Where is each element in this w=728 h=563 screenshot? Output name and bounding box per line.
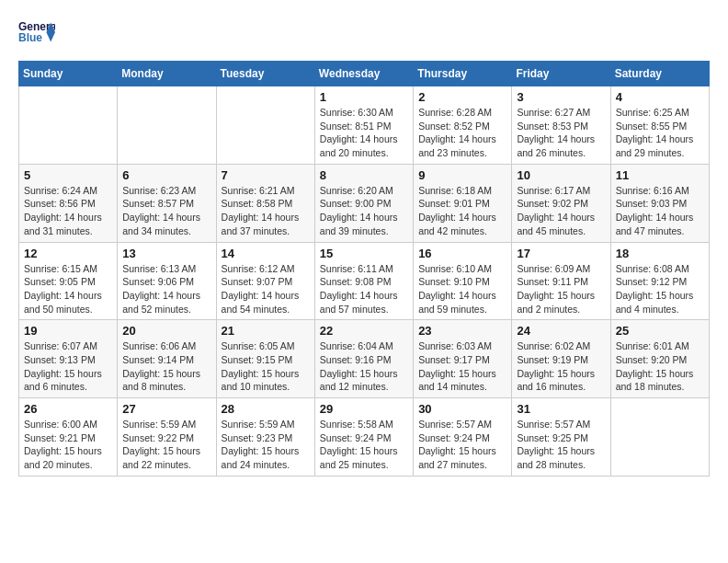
day-number: 15 <box>320 247 408 260</box>
svg-text:Blue: Blue <box>18 31 42 44</box>
day-info: Sunrise: 5:58 AM Sunset: 9:24 PM Dayligh… <box>320 418 408 472</box>
calendar-week-row: 12Sunrise: 6:15 AM Sunset: 9:05 PM Dayli… <box>19 242 710 320</box>
day-number: 9 <box>418 168 506 182</box>
day-info: Sunrise: 6:13 AM Sunset: 9:06 PM Dayligh… <box>122 262 210 316</box>
weekday-header: Thursday <box>414 62 512 86</box>
day-number: 16 <box>418 247 506 260</box>
day-info: Sunrise: 6:05 AM Sunset: 9:15 PM Dayligh… <box>222 339 310 394</box>
calendar-cell <box>19 86 118 165</box>
calendar-cell: 21Sunrise: 6:05 AM Sunset: 9:15 PM Dayli… <box>216 320 314 398</box>
day-number: 11 <box>616 168 704 182</box>
calendar-cell: 4Sunrise: 6:25 AM Sunset: 8:55 PM Daylig… <box>610 86 709 165</box>
day-number: 21 <box>222 324 310 338</box>
day-number: 22 <box>320 324 408 338</box>
calendar-cell: 16Sunrise: 6:10 AM Sunset: 9:10 PM Dayli… <box>414 242 512 320</box>
day-info: Sunrise: 6:25 AM Sunset: 8:55 PM Dayligh… <box>616 106 704 160</box>
day-info: Sunrise: 5:59 AM Sunset: 9:22 PM Dayligh… <box>122 418 210 472</box>
day-number: 13 <box>122 247 210 260</box>
day-info: Sunrise: 6:20 AM Sunset: 9:00 PM Dayligh… <box>320 184 408 238</box>
calendar-cell: 8Sunrise: 6:20 AM Sunset: 9:00 PM Daylig… <box>314 164 413 242</box>
day-number: 19 <box>24 324 112 338</box>
day-info: Sunrise: 6:04 AM Sunset: 9:16 PM Dayligh… <box>320 339 408 394</box>
day-info: Sunrise: 6:12 AM Sunset: 9:07 PM Dayligh… <box>222 262 310 316</box>
calendar-cell: 24Sunrise: 6:02 AM Sunset: 9:19 PM Dayli… <box>512 320 610 398</box>
logo: General Blue <box>18 18 55 46</box>
calendar-cell <box>610 398 709 477</box>
calendar-cell: 27Sunrise: 5:59 AM Sunset: 9:22 PM Dayli… <box>118 398 216 477</box>
calendar-cell: 2Sunrise: 6:28 AM Sunset: 8:52 PM Daylig… <box>414 86 512 165</box>
calendar-cell: 10Sunrise: 6:17 AM Sunset: 9:02 PM Dayli… <box>512 164 610 242</box>
calendar-header-row: SundayMondayTuesdayWednesdayThursdayFrid… <box>19 62 710 86</box>
calendar-week-row: 5Sunrise: 6:24 AM Sunset: 8:56 PM Daylig… <box>19 164 710 242</box>
day-number: 27 <box>122 402 210 416</box>
day-number: 14 <box>222 247 310 260</box>
calendar-cell: 13Sunrise: 6:13 AM Sunset: 9:06 PM Dayli… <box>118 242 216 320</box>
calendar-week-row: 19Sunrise: 6:07 AM Sunset: 9:13 PM Dayli… <box>19 320 710 398</box>
day-number: 30 <box>418 402 506 416</box>
calendar-cell: 1Sunrise: 6:30 AM Sunset: 8:51 PM Daylig… <box>314 86 413 165</box>
day-number: 5 <box>24 168 112 182</box>
day-info: Sunrise: 6:27 AM Sunset: 8:53 PM Dayligh… <box>517 106 605 160</box>
day-info: Sunrise: 6:17 AM Sunset: 9:02 PM Dayligh… <box>517 184 605 238</box>
calendar-cell: 31Sunrise: 5:57 AM Sunset: 9:25 PM Dayli… <box>512 398 610 477</box>
header: General Blue <box>18 18 710 46</box>
calendar-cell: 20Sunrise: 6:06 AM Sunset: 9:14 PM Dayli… <box>118 320 216 398</box>
day-info: Sunrise: 6:15 AM Sunset: 9:05 PM Dayligh… <box>24 262 112 316</box>
day-info: Sunrise: 6:00 AM Sunset: 9:21 PM Dayligh… <box>24 418 112 472</box>
day-info: Sunrise: 5:57 AM Sunset: 9:24 PM Dayligh… <box>418 418 506 472</box>
weekday-header: Sunday <box>19 62 118 86</box>
calendar-cell: 12Sunrise: 6:15 AM Sunset: 9:05 PM Dayli… <box>19 242 118 320</box>
day-number: 8 <box>320 168 408 182</box>
weekday-header: Tuesday <box>216 62 314 86</box>
calendar-cell: 28Sunrise: 5:59 AM Sunset: 9:23 PM Dayli… <box>216 398 314 477</box>
calendar-cell: 25Sunrise: 6:01 AM Sunset: 9:20 PM Dayli… <box>610 320 709 398</box>
weekday-header: Saturday <box>610 62 709 86</box>
day-number: 4 <box>616 90 704 104</box>
logo-icon: General Blue <box>18 18 55 46</box>
calendar-cell: 7Sunrise: 6:21 AM Sunset: 8:58 PM Daylig… <box>216 164 314 242</box>
day-info: Sunrise: 6:10 AM Sunset: 9:10 PM Dayligh… <box>418 262 506 316</box>
calendar-cell <box>216 86 314 165</box>
day-number: 26 <box>24 402 112 416</box>
day-number: 10 <box>517 168 605 182</box>
day-number: 28 <box>222 402 310 416</box>
page-container: General Blue SundayMondayTuesdayWednesda… <box>18 18 710 477</box>
day-number: 20 <box>122 324 210 338</box>
day-number: 25 <box>616 324 704 338</box>
calendar-cell: 17Sunrise: 6:09 AM Sunset: 9:11 PM Dayli… <box>512 242 610 320</box>
day-info: Sunrise: 5:59 AM Sunset: 9:23 PM Dayligh… <box>222 418 310 472</box>
day-info: Sunrise: 6:11 AM Sunset: 9:08 PM Dayligh… <box>320 262 408 316</box>
calendar-cell: 26Sunrise: 6:00 AM Sunset: 9:21 PM Dayli… <box>19 398 118 477</box>
calendar-cell: 19Sunrise: 6:07 AM Sunset: 9:13 PM Dayli… <box>19 320 118 398</box>
day-info: Sunrise: 5:57 AM Sunset: 9:25 PM Dayligh… <box>517 418 605 472</box>
calendar-week-row: 1Sunrise: 6:30 AM Sunset: 8:51 PM Daylig… <box>19 86 710 165</box>
day-number: 17 <box>517 247 605 260</box>
calendar-cell: 23Sunrise: 6:03 AM Sunset: 9:17 PM Dayli… <box>414 320 512 398</box>
day-info: Sunrise: 6:18 AM Sunset: 9:01 PM Dayligh… <box>418 184 506 238</box>
day-info: Sunrise: 6:01 AM Sunset: 9:20 PM Dayligh… <box>616 339 704 394</box>
calendar-cell: 14Sunrise: 6:12 AM Sunset: 9:07 PM Dayli… <box>216 242 314 320</box>
day-number: 31 <box>517 402 605 416</box>
day-info: Sunrise: 6:03 AM Sunset: 9:17 PM Dayligh… <box>418 339 506 394</box>
day-info: Sunrise: 6:07 AM Sunset: 9:13 PM Dayligh… <box>24 339 112 394</box>
day-number: 18 <box>616 247 704 260</box>
day-number: 29 <box>320 402 408 416</box>
calendar-cell: 30Sunrise: 5:57 AM Sunset: 9:24 PM Dayli… <box>414 398 512 477</box>
day-info: Sunrise: 6:02 AM Sunset: 9:19 PM Dayligh… <box>517 339 605 394</box>
calendar: SundayMondayTuesdayWednesdayThursdayFrid… <box>18 61 710 477</box>
day-number: 3 <box>517 90 605 104</box>
weekday-header: Monday <box>118 62 216 86</box>
day-number: 1 <box>320 90 408 104</box>
day-number: 7 <box>222 168 310 182</box>
day-number: 24 <box>517 324 605 338</box>
day-info: Sunrise: 6:24 AM Sunset: 8:56 PM Dayligh… <box>24 184 112 238</box>
day-info: Sunrise: 6:06 AM Sunset: 9:14 PM Dayligh… <box>122 339 210 394</box>
day-info: Sunrise: 6:09 AM Sunset: 9:11 PM Dayligh… <box>517 262 605 316</box>
weekday-header: Friday <box>512 62 610 86</box>
calendar-cell: 18Sunrise: 6:08 AM Sunset: 9:12 PM Dayli… <box>610 242 709 320</box>
calendar-cell: 6Sunrise: 6:23 AM Sunset: 8:57 PM Daylig… <box>118 164 216 242</box>
day-info: Sunrise: 6:21 AM Sunset: 8:58 PM Dayligh… <box>222 184 310 238</box>
calendar-cell: 11Sunrise: 6:16 AM Sunset: 9:03 PM Dayli… <box>610 164 709 242</box>
calendar-cell <box>118 86 216 165</box>
day-number: 2 <box>418 90 506 104</box>
